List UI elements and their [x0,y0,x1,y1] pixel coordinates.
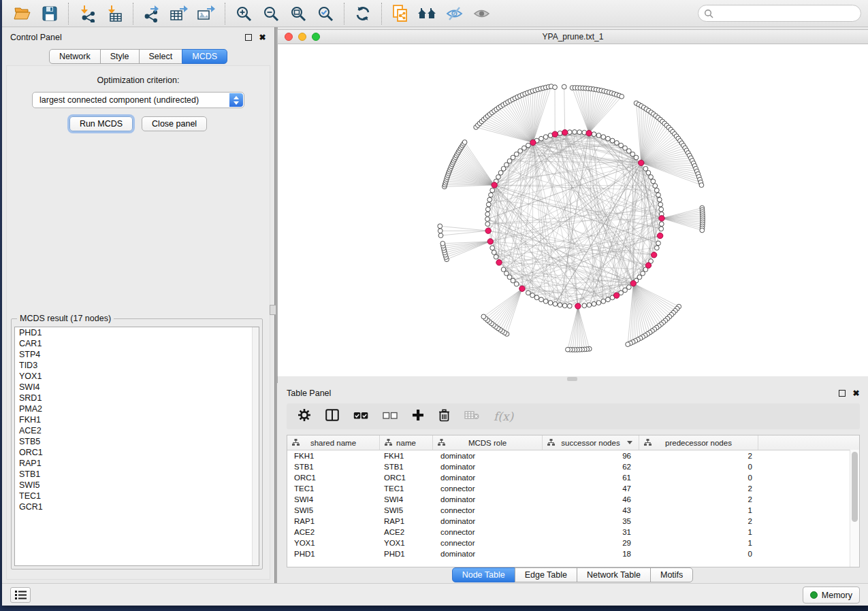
tab-style[interactable]: Style [100,49,140,64]
tab-edge-table[interactable]: Edge Table [515,567,577,582]
leaf-node[interactable] [462,140,467,145]
open-folder-icon[interactable] [9,2,36,25]
network-node[interactable] [577,130,582,135]
table-row[interactable]: FKH1FKH1dominator962 [287,450,859,461]
table-row[interactable]: ORC1ORC1dominator610 [287,472,859,483]
network-node[interactable] [659,227,664,231]
table-scrollbar-thumb[interactable] [852,452,858,522]
export-network-icon[interactable] [138,2,165,25]
mcds-node[interactable] [639,160,644,165]
table-row[interactable]: YOX1YOX1connector291 [287,538,859,548]
network-node[interactable] [485,222,490,227]
column-header-successor-nodes[interactable]: successor nodes [543,435,639,450]
network-node[interactable] [606,297,611,302]
network-node[interactable] [587,303,592,308]
mcds-node[interactable] [487,239,493,244]
tab-select[interactable]: Select [139,49,183,64]
network-node[interactable] [490,188,495,193]
mcds-node[interactable] [657,233,662,238]
network-node[interactable] [596,133,601,138]
network-node[interactable] [592,132,596,137]
mcds-node[interactable] [659,216,664,221]
mcds-result-item[interactable]: TEC1 [15,491,259,501]
mcds-result-item[interactable]: SWI5 [15,480,259,491]
zoom-selected-icon[interactable] [312,2,339,25]
leaf-node[interactable] [438,229,443,233]
tab-mcds[interactable]: MCDS [182,49,227,64]
mcds-node[interactable] [485,228,491,233]
network-node[interactable] [659,207,664,212]
table-row[interactable]: SWI4SWI4dominator462 [287,494,859,505]
zoom-out-icon[interactable] [257,2,285,25]
mcds-result-list[interactable]: PHD1CAR1STP4TID3YOX1SWI4SRD1PMA2FKH1ACE2… [14,327,259,566]
leaf-node[interactable] [440,242,445,246]
network-node[interactable] [539,297,544,302]
network-canvas[interactable] [277,44,868,376]
list-scrollbar[interactable] [252,327,259,565]
network-node[interactable] [567,130,572,135]
float-table-panel-button[interactable] [838,390,846,397]
network-node[interactable] [543,135,548,139]
network-node[interactable] [634,155,639,160]
table-row[interactable]: SWI5SWI5connector431 [287,505,859,516]
settings-gear-icon[interactable] [298,408,311,425]
tab-node-table[interactable]: Node Table [452,567,515,582]
mcds-result-item[interactable]: STB5 [15,436,259,447]
leaf-node[interactable] [626,342,630,347]
hide-selected-icon[interactable] [441,2,468,25]
search-input[interactable] [718,8,855,19]
mcds-result-item[interactable]: STB1 [15,469,259,480]
network-node[interactable] [659,222,664,227]
network-node[interactable] [582,303,587,308]
network-node[interactable] [562,303,567,308]
first-neighbors-icon[interactable] [414,2,441,25]
tab-network-table[interactable]: Network Table [577,567,651,582]
maximize-window-icon[interactable] [312,33,320,41]
network-node[interactable] [643,167,648,171]
mcds-node[interactable] [586,131,592,136]
save-icon[interactable] [36,2,63,25]
minimize-window-icon[interactable] [298,33,306,41]
mcds-node[interactable] [496,260,502,265]
column-header-MCDS-role[interactable]: MCDS role [433,435,543,450]
network-node[interactable] [485,217,490,222]
mcds-result-item[interactable]: ORC1 [15,447,259,458]
network-node[interactable] [601,299,606,303]
network-node[interactable] [492,250,496,255]
close-window-icon[interactable] [285,33,293,41]
leaf-node[interactable] [700,228,705,233]
network-node[interactable] [658,202,663,207]
network-node[interactable] [654,246,659,250]
leaf-node[interactable] [620,94,624,99]
network-node[interactable] [553,301,558,306]
network-node[interactable] [558,303,562,308]
leaf-node[interactable] [481,314,486,319]
copy-style-icon[interactable] [387,2,414,25]
network-node[interactable] [485,212,490,216]
mcds-node[interactable] [492,182,497,188]
network-node[interactable] [623,288,628,293]
network-node[interactable] [657,197,662,202]
mcds-result-item[interactable]: SRD1 [15,393,259,403]
horizontal-splitter-grip[interactable] [567,377,577,381]
column-header-name[interactable]: name [380,435,433,450]
network-node[interactable] [548,301,553,306]
mcds-result-item[interactable]: SWI4 [15,382,259,393]
network-node[interactable] [656,193,661,197]
table-scrollbar[interactable] [850,450,859,567]
criterion-select[interactable]: largest connected component (undirected) [32,92,244,108]
network-node[interactable] [543,299,548,303]
table-row[interactable]: STB1STB1dominator620 [287,461,859,472]
network-node[interactable] [656,241,661,246]
leaf-node[interactable] [566,347,570,352]
network-window-titlebar[interactable]: YPA_prune.txt_1 [277,29,868,44]
leaf-node[interactable] [553,85,558,90]
network-node[interactable] [487,197,492,202]
network-node[interactable] [649,175,654,180]
table-row[interactable]: ACE2ACE2connector311 [287,527,859,538]
network-node[interactable] [496,175,501,180]
mcds-node[interactable] [530,139,536,145]
network-node[interactable] [526,291,530,295]
vertical-splitter-grip[interactable] [270,305,276,315]
mcds-node[interactable] [645,263,651,268]
